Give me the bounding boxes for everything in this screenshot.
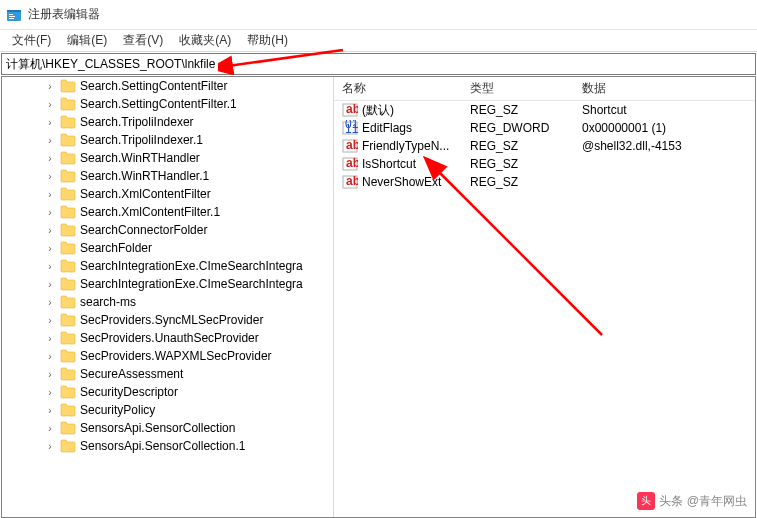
address-bar[interactable] bbox=[1, 53, 756, 75]
tree-item[interactable]: ›SearchIntegrationExe.CImeSearchIntegra bbox=[2, 257, 333, 275]
svg-text:ab: ab bbox=[346, 138, 358, 152]
list-row[interactable]: abNeverShowExtREG_SZ bbox=[334, 173, 755, 191]
menu-view[interactable]: 查看(V) bbox=[115, 30, 171, 51]
tree-item[interactable]: ›Search.SettingContentFilter bbox=[2, 77, 333, 95]
tree-item[interactable]: ›Search.SettingContentFilter.1 bbox=[2, 95, 333, 113]
folder-icon bbox=[60, 313, 76, 327]
cell-name: 011110EditFlags bbox=[334, 120, 462, 136]
tree-expander-icon[interactable]: › bbox=[44, 261, 56, 272]
tree-item-label: SearchFolder bbox=[80, 241, 152, 255]
tree-item[interactable]: ›SensorsApi.SensorCollection.1 bbox=[2, 437, 333, 455]
folder-icon bbox=[60, 349, 76, 363]
tree-item-label: SecProviders.WAPXMLSecProvider bbox=[80, 349, 272, 363]
tree-item[interactable]: ›Search.WinRTHandler bbox=[2, 149, 333, 167]
list-row[interactable]: 011110EditFlagsREG_DWORD0x00000001 (1) bbox=[334, 119, 755, 137]
tree-expander-icon[interactable]: › bbox=[44, 81, 56, 92]
tree-item-label: SecurityPolicy bbox=[80, 403, 155, 417]
cell-data: @shell32.dll,-4153 bbox=[574, 139, 755, 153]
tree-expander-icon[interactable]: › bbox=[44, 315, 56, 326]
list-row[interactable]: abFriendlyTypeN...REG_SZ@shell32.dll,-41… bbox=[334, 137, 755, 155]
header-name[interactable]: 名称 bbox=[334, 80, 462, 97]
cell-type: REG_SZ bbox=[462, 103, 574, 117]
menu-favorites[interactable]: 收藏夹(A) bbox=[171, 30, 239, 51]
tree-item[interactable]: ›Search.XmlContentFilter bbox=[2, 185, 333, 203]
tree-item[interactable]: ›search-ms bbox=[2, 293, 333, 311]
tree-expander-icon[interactable]: › bbox=[44, 369, 56, 380]
tree-expander-icon[interactable]: › bbox=[44, 423, 56, 434]
svg-rect-4 bbox=[9, 18, 14, 19]
tree-item[interactable]: ›SecProviders.WAPXMLSecProvider bbox=[2, 347, 333, 365]
tree-item[interactable]: ›SensorsApi.SensorCollection bbox=[2, 419, 333, 437]
tree-item-label: Search.TripoliIndexer.1 bbox=[80, 133, 203, 147]
cell-name: abNeverShowExt bbox=[334, 174, 462, 190]
tree-expander-icon[interactable]: › bbox=[44, 405, 56, 416]
list-row[interactable]: abIsShortcutREG_SZ bbox=[334, 155, 755, 173]
tree-item[interactable]: ›Search.TripoliIndexer bbox=[2, 113, 333, 131]
tree-panel: ›Search.SettingContentFilter›Search.Sett… bbox=[2, 77, 334, 517]
tree-item[interactable]: ›SearchIntegrationExe.CImeSearchIntegra bbox=[2, 275, 333, 293]
tree-expander-icon[interactable]: › bbox=[44, 189, 56, 200]
string-value-icon: ab bbox=[342, 138, 358, 154]
tree-expander-icon[interactable]: › bbox=[44, 279, 56, 290]
cell-name: ab(默认) bbox=[334, 102, 462, 119]
header-data[interactable]: 数据 bbox=[574, 80, 755, 97]
watermark-icon: 头 bbox=[637, 492, 655, 510]
tree-item[interactable]: ›SecureAssessment bbox=[2, 365, 333, 383]
tree-item-label: Search.WinRTHandler bbox=[80, 151, 200, 165]
folder-icon bbox=[60, 205, 76, 219]
menu-help[interactable]: 帮助(H) bbox=[239, 30, 296, 51]
tree-expander-icon[interactable]: › bbox=[44, 351, 56, 362]
cell-data: 0x00000001 (1) bbox=[574, 121, 755, 135]
cell-name: abIsShortcut bbox=[334, 156, 462, 172]
folder-icon bbox=[60, 169, 76, 183]
tree-item-label: Search.SettingContentFilter bbox=[80, 79, 227, 93]
content-area: ›Search.SettingContentFilter›Search.Sett… bbox=[1, 76, 756, 518]
tree-item[interactable]: ›Search.XmlContentFilter.1 bbox=[2, 203, 333, 221]
tree-item[interactable]: ›SecProviders.UnauthSecProvider bbox=[2, 329, 333, 347]
list-row[interactable]: ab(默认)REG_SZShortcut bbox=[334, 101, 755, 119]
tree-item[interactable]: ›Search.TripoliIndexer.1 bbox=[2, 131, 333, 149]
list-body: ab(默认)REG_SZShortcut011110EditFlagsREG_D… bbox=[334, 101, 755, 191]
folder-icon bbox=[60, 439, 76, 453]
tree-item[interactable]: ›SecurityPolicy bbox=[2, 401, 333, 419]
list-header: 名称 类型 数据 bbox=[334, 77, 755, 101]
tree-item-label: Search.XmlContentFilter.1 bbox=[80, 205, 220, 219]
svg-rect-3 bbox=[9, 16, 15, 17]
folder-icon bbox=[60, 151, 76, 165]
tree-expander-icon[interactable]: › bbox=[44, 99, 56, 110]
tree-item[interactable]: ›SecProviders.SyncMLSecProvider bbox=[2, 311, 333, 329]
address-input[interactable] bbox=[6, 57, 751, 71]
svg-text:110: 110 bbox=[345, 122, 358, 136]
folder-icon bbox=[60, 295, 76, 309]
tree-item-label: SecProviders.SyncMLSecProvider bbox=[80, 313, 263, 327]
tree-expander-icon[interactable]: › bbox=[44, 225, 56, 236]
watermark: 头 头条 @青年网虫 bbox=[637, 492, 747, 510]
tree-item[interactable]: ›SecurityDescriptor bbox=[2, 383, 333, 401]
tree-item[interactable]: ›Search.WinRTHandler.1 bbox=[2, 167, 333, 185]
cell-type: REG_DWORD bbox=[462, 121, 574, 135]
tree-item[interactable]: ›SearchFolder bbox=[2, 239, 333, 257]
tree-expander-icon[interactable]: › bbox=[44, 117, 56, 128]
header-type[interactable]: 类型 bbox=[462, 80, 574, 97]
tree-expander-icon[interactable]: › bbox=[44, 297, 56, 308]
tree-expander-icon[interactable]: › bbox=[44, 333, 56, 344]
binary-value-icon: 011110 bbox=[342, 120, 358, 136]
tree-item-label: Search.TripoliIndexer bbox=[80, 115, 194, 129]
tree-expander-icon[interactable]: › bbox=[44, 153, 56, 164]
tree-expander-icon[interactable]: › bbox=[44, 135, 56, 146]
string-value-icon: ab bbox=[342, 174, 358, 190]
tree-item-label: Search.XmlContentFilter bbox=[80, 187, 211, 201]
folder-icon bbox=[60, 133, 76, 147]
tree-expander-icon[interactable]: › bbox=[44, 171, 56, 182]
tree-expander-icon[interactable]: › bbox=[44, 243, 56, 254]
tree-expander-icon[interactable]: › bbox=[44, 441, 56, 452]
folder-icon bbox=[60, 367, 76, 381]
string-value-icon: ab bbox=[342, 102, 358, 118]
menu-file[interactable]: 文件(F) bbox=[4, 30, 59, 51]
menu-edit[interactable]: 编辑(E) bbox=[59, 30, 115, 51]
watermark-text: 头条 @青年网虫 bbox=[659, 493, 747, 510]
tree-expander-icon[interactable]: › bbox=[44, 387, 56, 398]
tree-item[interactable]: ›SearchConnectorFolder bbox=[2, 221, 333, 239]
tree-scroll[interactable]: ›Search.SettingContentFilter›Search.Sett… bbox=[2, 77, 333, 517]
tree-expander-icon[interactable]: › bbox=[44, 207, 56, 218]
